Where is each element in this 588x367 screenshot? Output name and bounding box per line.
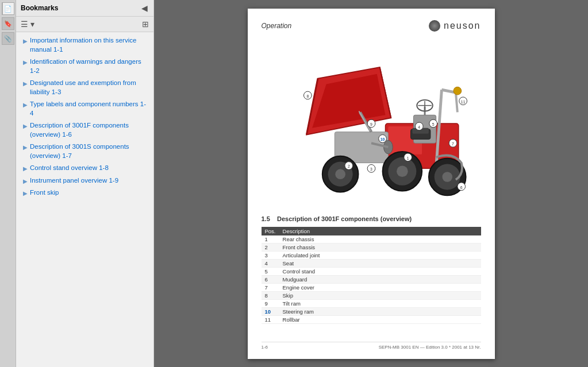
row-pos: 2 [262,243,279,251]
svg-text:9: 9 [370,122,372,126]
main-content-area: Operation neuson [154,0,588,367]
bookmark-text: Description of 3001F components (overvie… [30,121,149,139]
bookmark-item[interactable]: ▶Description of 3001F components (overvi… [16,119,153,141]
table-row: 4 Seat [262,259,481,267]
svg-point-30 [335,169,345,179]
svg-line-20 [455,92,457,112]
svg-point-21 [454,87,462,95]
bookmarks-title: Bookmarks [21,4,58,12]
svg-text:6: 6 [460,185,462,189]
section-title-text: Description of 3001F components (overvie… [277,215,412,222]
row-desc: Front chassis [279,243,481,251]
row-desc: Control stand [279,267,481,275]
svg-text:8: 8 [306,94,309,98]
svg-text:1: 1 [406,156,409,160]
bookmark-tab-icon[interactable]: 🔖 [2,17,14,30]
bookmark-item[interactable]: ▶Control stand overview 1-8 [16,162,153,175]
row-pos: 11 [262,315,279,323]
page-tab-icon[interactable]: 📄 [2,2,14,15]
row-desc: Rear chassis [279,235,481,244]
row-pos: 10 [262,307,279,315]
bookmark-icon: ▶ [23,177,28,185]
row-pos: 7 [262,283,279,291]
row-pos: 9 [262,299,279,307]
row-desc: Articulated joint [279,251,481,259]
bookmark-icon: ▶ [23,190,28,197]
bookmark-item[interactable]: ▶Important information on this service m… [16,34,153,56]
bookmark-item[interactable]: ▶Designated use and exemption from liabi… [16,77,153,98]
footer-page-num: 1-6 [262,345,268,350]
row-desc: Seat [279,259,481,267]
section-number: 1.5 [262,215,270,222]
row-desc: Skip [279,291,481,299]
brand-name: neuson [444,21,481,31]
bookmark-icon: ▶ [23,122,28,130]
bookmark-text: Identification of warnings and dangers 1… [30,57,149,75]
bookmark-item[interactable]: ▶Description of 3001S components (overvi… [16,141,153,162]
bookmark-icon: ▶ [23,144,28,151]
table-row: 2 Front chassis [262,243,481,251]
svg-text:4: 4 [418,125,420,129]
row-pos: 8 [262,291,279,299]
row-desc: Tilt ram [279,299,481,307]
attachment-tab-icon[interactable]: 📎 [2,32,14,45]
table-row: 9 Tilt ram [262,299,481,307]
row-pos: 4 [262,259,279,267]
table-row: 6 Mudguard [262,275,481,283]
svg-text:10: 10 [380,137,385,141]
bookmark-icon: ▶ [23,80,28,87]
table-header-desc: Description [279,227,481,235]
bookmark-text: Instrument panel overview 1-9 [30,176,118,186]
row-pos: 5 [262,267,279,275]
components-table: Pos. Description 1 Rear chassis 2 Front … [262,227,481,324]
row-pos: 3 [262,251,279,259]
bookmarks-panel: Bookmarks ◀ ☰ ▾ ⊞ ▶Important information… [16,0,154,367]
bookmark-text: Front skip [30,188,59,198]
bookmark-item[interactable]: ▶Type labels and component numbers 1-4 [16,98,153,119]
bookmark-text: Designated use and exemption from liabil… [30,79,149,96]
bookmarks-header: Bookmarks ◀ [16,0,153,17]
bookmark-icon: ▶ [23,37,28,45]
brand-circle-icon [429,20,440,32]
table-row: 11 Rollbar [262,315,481,323]
table-row: 7 Engine cover [262,283,481,291]
footer-doc-info: SEPN-MB 3001 EN — Edition 3.0 * 2001 at … [379,345,481,350]
bookmark-text: Control stand overview 1-8 [30,164,109,173]
svg-text:11: 11 [460,99,465,103]
bookmark-item[interactable]: ▶Instrument panel overview 1-9 [16,175,153,187]
bookmark-item[interactable]: ▶Identification of warnings and dangers … [16,56,153,77]
row-pos: 6 [262,275,279,283]
svg-text:7: 7 [452,142,454,146]
row-pos: 1 [262,235,279,244]
row-desc: Mudguard [279,275,481,283]
table-row: 3 Articulated joint [262,251,481,259]
svg-text:5: 5 [432,122,434,126]
bookmark-icon: ▶ [23,59,28,66]
row-desc: Rollbar [279,315,481,323]
bookmark-item[interactable]: ▶Front skip [16,187,153,199]
panel-toggle-button[interactable]: ◀ [140,2,149,14]
svg-point-27 [442,172,452,182]
page-footer: 1-6 SEPN-MB 3001 EN — Edition 3.0 * 2001… [262,342,481,350]
page-header: Operation neuson [262,20,481,32]
bookmark-text: Type labels and component numbers 1-4 [30,100,149,118]
bookmarks-list: ▶Important information on this service m… [16,32,153,367]
bookmark-icon: ▶ [23,101,28,109]
expand-button[interactable]: ⊞ [141,18,150,30]
table-header-pos: Pos. [262,227,279,235]
brand-logo: neuson [429,20,481,32]
bookmark-icon: ▶ [23,165,28,172]
machine-diagram: 1 2 3 4 5 6 [262,37,481,210]
bookmark-text: Important information on this service ma… [30,36,149,54]
row-desc: Engine cover [279,283,481,291]
document-page: Operation neuson [248,9,495,359]
side-tab-bar: 📄 🔖 📎 [0,0,16,367]
svg-text:3: 3 [370,167,372,171]
table-row: 8 Skip [262,291,481,299]
bookmarks-toolbar: ☰ ▾ ⊞ [16,17,153,32]
bookmark-text: Description of 3001S components (overvie… [30,142,149,160]
row-desc: Steering ram [279,307,481,315]
svg-point-24 [397,165,408,177]
list-view-button[interactable]: ☰ ▾ [20,18,36,30]
page-header-title: Operation [262,22,292,30]
